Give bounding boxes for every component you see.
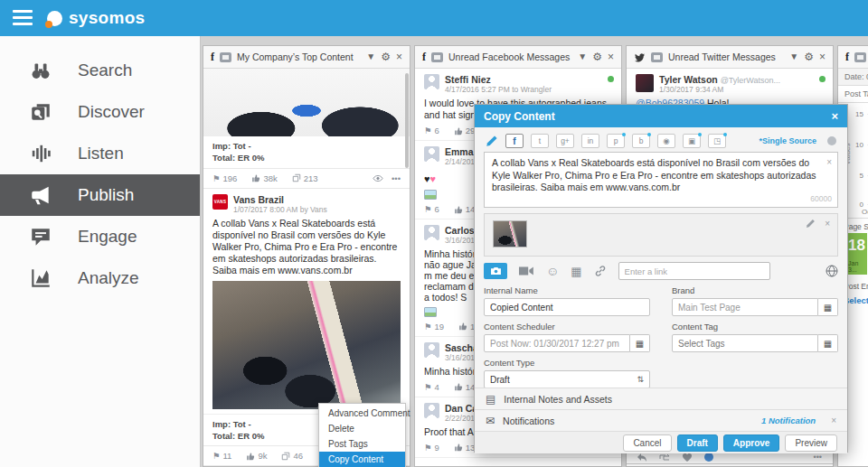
- notification-count-link[interactable]: 1 Notification: [761, 416, 816, 425]
- camera-icon: [490, 266, 502, 276]
- notifications-section[interactable]: ✉ Notifications 1 Notification ×: [475, 409, 847, 431]
- image-attachment-icon[interactable]: [424, 190, 437, 200]
- tab-twitter[interactable]: t: [531, 134, 549, 148]
- date-filter[interactable]: Date: 0...: [838, 69, 868, 86]
- brand-label: Brand: [672, 285, 838, 295]
- caret-down-icon[interactable]: ▼: [578, 52, 587, 61]
- modal-close-icon[interactable]: ×: [831, 109, 838, 123]
- avatar: [424, 146, 439, 162]
- x-tick: Oct ...: [862, 208, 868, 216]
- y-tick: 10: [851, 141, 863, 149]
- tab-facebook[interactable]: f: [505, 134, 524, 148]
- photo-button[interactable]: [484, 263, 507, 279]
- single-source-info-icon[interactable]: [827, 136, 836, 145]
- link-input[interactable]: [618, 262, 770, 280]
- sidebar-item-engage[interactable]: Engage: [0, 216, 200, 257]
- video-icon[interactable]: [519, 266, 534, 276]
- post-image-sneakers[interactable]: [203, 69, 410, 136]
- thumbs-up-icon: [454, 382, 463, 391]
- draft-button[interactable]: Draft: [677, 434, 718, 452]
- brand-field[interactable]: [672, 298, 818, 316]
- copy-content-modal: Copy Content × f t g+ in p b ◉ ▣ ◳ *Sing…: [474, 104, 848, 453]
- tab-instagram[interactable]: ◉: [657, 134, 675, 148]
- caret-down-icon[interactable]: ▼: [789, 52, 798, 61]
- facebook-icon: f: [422, 51, 426, 64]
- emoji-icon[interactable]: ☺: [546, 264, 559, 278]
- sidebar-item-discover[interactable]: Discover: [0, 91, 200, 133]
- internal-notes-section[interactable]: ▤ Internal Notes and Assets: [475, 388, 847, 409]
- post-vans-brazil[interactable]: VANS Vans Brazil 1/07/2017 8:00 AM by Va…: [203, 189, 410, 415]
- binoculars-icon: [29, 59, 52, 82]
- preview-button[interactable]: Preview: [785, 434, 837, 452]
- list-icon: ▦: [824, 303, 832, 313]
- sidebar-item-search[interactable]: Search: [0, 50, 200, 91]
- cancel-button[interactable]: Cancel: [623, 434, 671, 452]
- post-image-skateboard[interactable]: [212, 281, 401, 409]
- content-tag-field[interactable]: [672, 334, 818, 352]
- tab-googleplus[interactable]: g+: [556, 134, 574, 148]
- remove-media-icon[interactable]: ×: [825, 219, 830, 229]
- post-author[interactable]: Steffi Niez: [445, 74, 552, 85]
- tab-pinterest[interactable]: p: [607, 134, 625, 148]
- dismiss-notification-icon[interactable]: ×: [831, 416, 836, 425]
- edit-media-pencil-icon[interactable]: [806, 219, 816, 229]
- thumbs-up-icon: [454, 126, 463, 135]
- comments-icon: ⚑: [424, 322, 432, 332]
- gear-icon[interactable]: ⚙: [592, 51, 602, 62]
- globe-icon[interactable]: [826, 265, 838, 277]
- sidebar-item-analyze[interactable]: Analyze: [0, 257, 200, 299]
- heart-icon[interactable]: [683, 453, 692, 462]
- menu-item-post-tags[interactable]: Post Tags: [319, 436, 405, 452]
- gif-icon[interactable]: ▦: [571, 265, 581, 278]
- calendar-button[interactable]: ▦: [630, 334, 650, 352]
- close-icon[interactable]: ×: [608, 51, 614, 62]
- reply-icon[interactable]: [637, 453, 646, 462]
- menu-item-advanced-comment[interactable]: Advanced Comment: [319, 406, 405, 421]
- more-options-icon[interactable]: •••: [392, 173, 401, 183]
- hamburger-menu-icon[interactable]: [13, 10, 34, 26]
- link-icon[interactable]: [594, 265, 607, 277]
- tab-vine[interactable]: ◳: [708, 134, 726, 148]
- tab-tumblr[interactable]: b: [632, 134, 650, 148]
- close-icon[interactable]: ×: [819, 51, 826, 62]
- column3-title: Unread Twitter Messages: [668, 51, 784, 62]
- column1-scrollbar[interactable]: [405, 73, 409, 168]
- retweet-icon[interactable]: [659, 453, 670, 462]
- menu-item-delete[interactable]: Delete: [319, 421, 405, 436]
- messages-badge-icon: [651, 52, 663, 62]
- post-meta: 1/30/2017 9:34 AM: [659, 85, 780, 94]
- menu-item-copy-content[interactable]: Copy Content: [319, 452, 405, 467]
- message-editor[interactable]: A collab Vans x Real Skateboards está di…: [484, 152, 838, 208]
- tab-linkedin[interactable]: in: [581, 134, 599, 148]
- notification-dot: [698, 133, 702, 136]
- compose-pencil-icon[interactable]: [486, 135, 498, 147]
- media-thumbnail[interactable]: [493, 220, 527, 248]
- post-author[interactable]: Tyler Watson @TylerWatson...: [659, 74, 780, 85]
- approve-button[interactable]: Approve: [723, 434, 780, 452]
- post-tag-filter[interactable]: Post Tag...: [838, 86, 868, 103]
- close-icon[interactable]: ×: [396, 51, 402, 62]
- heart-icon-pink: ♥: [430, 173, 437, 184]
- notification-dot: [647, 133, 651, 136]
- social-network-tabs: f t g+ in p b ◉ ▣ ◳ *Single Source: [486, 133, 836, 149]
- tab-youtube[interactable]: ▣: [683, 134, 701, 148]
- metric-sub: Jan 3...: [848, 260, 867, 273]
- sidebar-item-listen[interactable]: Listen: [0, 133, 200, 174]
- comment-count: 19: [435, 322, 445, 332]
- eye-icon[interactable]: [373, 174, 383, 182]
- image-attachment-icon[interactable]: [424, 307, 437, 317]
- info-circle-icon[interactable]: [704, 453, 713, 462]
- more-options-icon[interactable]: •••: [814, 453, 822, 462]
- sidebar-item-publish[interactable]: Publish: [0, 174, 200, 216]
- brand-picker-button[interactable]: ▦: [818, 298, 838, 316]
- internal-name-field[interactable]: [484, 298, 650, 316]
- content-scheduler-field[interactable]: [484, 334, 630, 352]
- twitter-icon: [634, 52, 646, 62]
- post-author[interactable]: Vans Brazil: [233, 194, 327, 205]
- tag-picker-button[interactable]: ▦: [818, 334, 838, 352]
- caret-down-icon[interactable]: ▼: [366, 52, 375, 61]
- content-type-select[interactable]: Draft ⇅: [484, 370, 650, 388]
- gear-icon[interactable]: ⚙: [381, 51, 391, 62]
- gear-icon[interactable]: ⚙: [804, 51, 814, 62]
- clear-message-icon[interactable]: ×: [826, 156, 832, 168]
